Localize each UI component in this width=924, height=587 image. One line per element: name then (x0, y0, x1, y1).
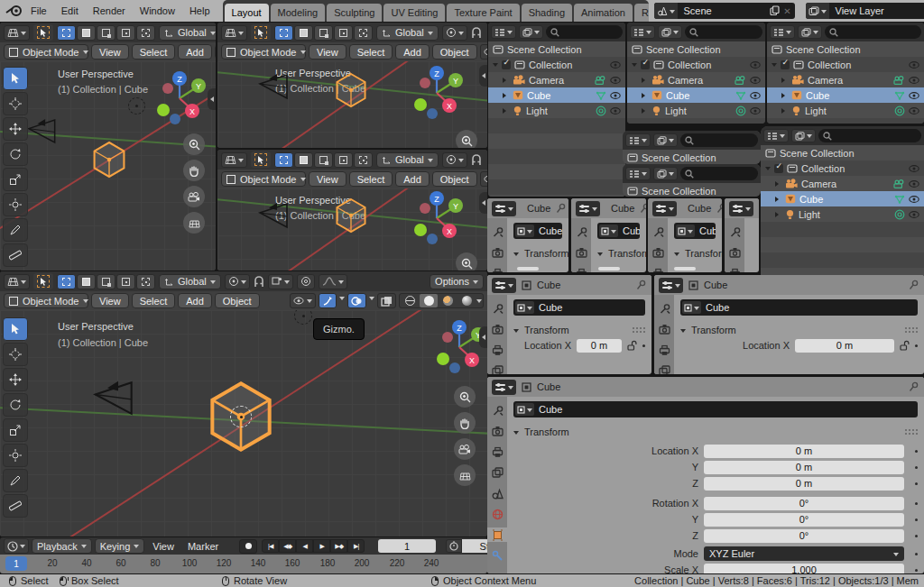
select-mode-tweak-button[interactable] (274, 25, 293, 41)
tab-output[interactable] (489, 266, 505, 272)
menu-object[interactable]: Object (432, 171, 477, 187)
collapse-triangle-icon[interactable] (642, 108, 648, 114)
rotation-x-field[interactable]: 0° (704, 497, 904, 510)
outliner-display-mode-dropdown[interactable] (658, 25, 682, 39)
tool-cursor[interactable] (3, 92, 28, 115)
menu-view[interactable]: View (309, 44, 346, 60)
pin-icon[interactable] (909, 280, 919, 290)
collapse-triangle-icon[interactable] (775, 212, 781, 217)
gizmo-neg-x-ball[interactable] (420, 203, 430, 214)
properties-editor-dropdown[interactable] (652, 201, 677, 216)
snap-magnet-icon[interactable] (254, 276, 264, 288)
hide-eye-icon[interactable] (750, 107, 761, 115)
object-name-field[interactable]: Cube (539, 404, 562, 415)
pin-icon[interactable] (716, 203, 722, 214)
outliner-search-input[interactable] (825, 25, 921, 39)
outliner-row-collection[interactable]: Collection (488, 57, 625, 72)
tool-scale[interactable] (3, 418, 28, 442)
properties-medium-1[interactable]: Cube Cube Transform Location X 0 m (487, 275, 651, 374)
tab-view-layer[interactable] (489, 363, 505, 374)
select-mode-subtract-button[interactable] (116, 274, 135, 289)
tab-output[interactable] (489, 343, 505, 357)
outliner-search-input[interactable] (818, 129, 921, 142)
camera-object[interactable] (27, 117, 69, 145)
animate-dot-icon[interactable] (915, 482, 918, 485)
tool-select-box[interactable] (3, 317, 28, 341)
select-mode-box-button[interactable] (294, 25, 313, 41)
gizmo-neg-x-ball[interactable] (162, 83, 173, 94)
object-name-field[interactable]: Cube (623, 225, 640, 236)
shading-wireframe-button[interactable] (401, 294, 419, 307)
tab-view-layer[interactable] (489, 465, 505, 480)
xray-toggle[interactable] (377, 293, 396, 308)
shading-material-button[interactable] (439, 294, 457, 307)
transform-orientation-dropdown[interactable]: Global (159, 274, 221, 289)
hide-eye-icon[interactable] (750, 61, 761, 69)
tab-output[interactable] (656, 343, 672, 357)
gizmo-neg-z-ball[interactable] (449, 362, 460, 373)
menu-object[interactable]: Object (215, 44, 216, 60)
menu-view[interactable]: View (91, 44, 129, 60)
sidebar-collapse-tab[interactable] (479, 65, 487, 87)
outliner-row-camera[interactable]: Camera (767, 72, 924, 87)
collection-checkbox[interactable] (774, 164, 783, 173)
pin-icon[interactable] (909, 381, 919, 392)
tab-render[interactable] (489, 245, 505, 260)
location-x-field[interactable]: 0 m (577, 339, 622, 353)
hide-eye-icon[interactable] (610, 107, 621, 115)
tab-uv-editing[interactable]: UV Editing (383, 4, 445, 22)
collapse-triangle-icon[interactable] (781, 78, 788, 83)
show-overlays-toggle[interactable] (347, 293, 366, 308)
editor-type-dropdown[interactable] (4, 274, 30, 289)
outliner-row-camera[interactable]: Camera (488, 72, 625, 87)
tool-move[interactable] (3, 368, 28, 391)
object-name-field[interactable]: Cube (539, 225, 562, 236)
disclosure-triangle-icon[interactable] (493, 63, 498, 69)
tab-output[interactable] (489, 445, 505, 459)
sidebar-collapse-tab[interactable] (479, 192, 487, 214)
tab-modifiers[interactable] (489, 548, 505, 563)
outliner-search-input[interactable] (680, 167, 758, 180)
viewport-top-middle[interactable]: Global Object Mode View Select Add Objec… (217, 23, 487, 148)
panel-disclosure-icon[interactable] (597, 252, 603, 259)
panel-grip-icon[interactable] (905, 429, 918, 435)
menu-edit[interactable]: Edit (54, 5, 86, 16)
object-name-field[interactable]: Cube (706, 302, 729, 313)
zoom-button[interactable] (456, 252, 477, 271)
collapse-triangle-icon[interactable] (781, 108, 788, 114)
select-mode-extend-button[interactable] (314, 152, 333, 168)
tab-tool[interactable] (650, 225, 666, 239)
tab-sculpting[interactable]: Sculpting (327, 4, 382, 22)
outliner-type-dropdown[interactable] (630, 25, 655, 39)
tool-scale[interactable] (3, 168, 28, 191)
animate-dot-icon[interactable] (915, 569, 918, 572)
tool-move[interactable] (3, 117, 28, 141)
select-tool-button[interactable] (33, 273, 53, 289)
tab-world[interactable] (489, 507, 505, 521)
gizmo-neg-x-ball[interactable] (442, 332, 453, 343)
jump-to-end-button[interactable]: ▶| (347, 539, 365, 553)
menu-window[interactable]: Window (133, 5, 182, 16)
tab-texture-paint[interactable]: Texture Paint (447, 4, 519, 22)
properties-editor-dropdown[interactable] (492, 380, 516, 395)
navigation-gizmo[interactable]: Z Y X (152, 70, 208, 126)
zoom-button[interactable] (183, 133, 205, 155)
animate-dot-icon[interactable] (915, 344, 918, 347)
properties-editor-dropdown[interactable] (576, 201, 600, 216)
tab-tool[interactable] (573, 225, 589, 239)
playback-dropdown[interactable]: Playback (32, 538, 92, 554)
tab-output[interactable] (726, 266, 743, 272)
object-data-icon-dropdown[interactable] (515, 403, 534, 416)
pin-icon[interactable] (636, 280, 647, 290)
tab-render[interactable] (650, 245, 666, 260)
tab-shading[interactable]: Shading (522, 4, 572, 22)
outliner-row-camera[interactable]: Camera (627, 72, 765, 87)
scrollbar[interactable] (674, 267, 696, 271)
stopwatch-icon[interactable] (446, 539, 462, 553)
properties-mini-3[interactable]: Cube Cube Transform (648, 198, 722, 272)
menu-object[interactable]: Object (432, 44, 477, 60)
pivot-point-dropdown[interactable] (442, 152, 467, 168)
select-mode-box-button[interactable] (77, 25, 96, 41)
gizmo-neg-y-ball[interactable] (414, 98, 427, 111)
outliner-row-cube[interactable]: Cube (627, 87, 765, 103)
